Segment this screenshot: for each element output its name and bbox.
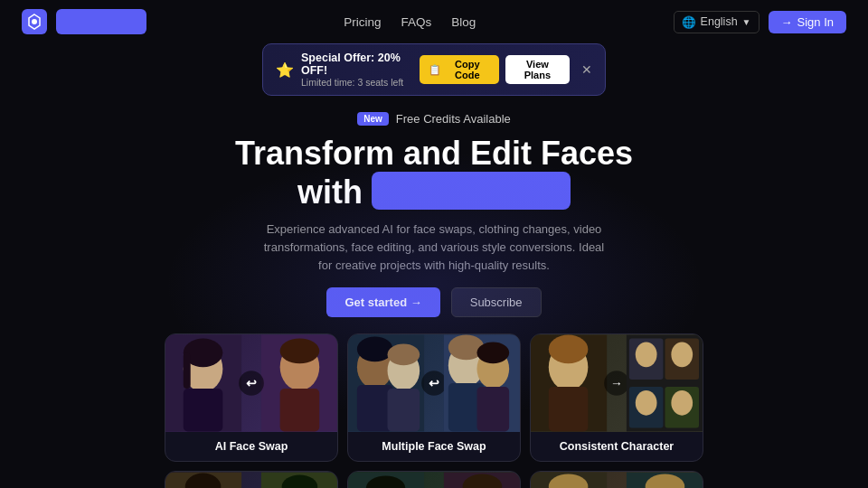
card-bottom-1[interactable]: ↩ <box>165 471 338 488</box>
logo-text <box>56 9 146 34</box>
svg-point-2 <box>32 19 37 24</box>
svg-rect-7 <box>184 353 191 389</box>
get-started-button[interactable]: Get started → <box>326 287 439 317</box>
hero-description: Experience advanced AI for face swaps, c… <box>262 221 606 275</box>
hero-title-highlight <box>372 172 571 210</box>
svg-rect-5 <box>184 389 223 432</box>
promo-left: ⭐ Special Offer: 20% OFF! Limited time: … <box>276 52 420 88</box>
card-b2-image: ↩ <box>348 472 520 488</box>
card-b3-image: → <box>531 472 703 488</box>
free-credits-text: Free Credits Available <box>396 112 511 126</box>
chevron-down-icon: ▼ <box>742 17 751 27</box>
svg-point-11 <box>280 339 320 364</box>
svg-point-42 <box>636 390 657 416</box>
sign-in-button[interactable]: → Sign In <box>769 11 846 33</box>
card-consistent-image: → <box>531 334 703 432</box>
nav-right: 🌐 English ▼ → Sign In <box>674 11 846 33</box>
navbar: Pricing FAQs Blog 🌐 English ▼ → Sign In <box>0 0 868 43</box>
svg-point-17 <box>357 337 393 362</box>
sign-in-icon: → <box>781 15 793 29</box>
svg-point-44 <box>671 390 693 416</box>
card-bottom-3[interactable]: → <box>530 471 703 488</box>
language-selector[interactable]: 🌐 English ▼ <box>674 11 760 33</box>
card-bottom-2[interactable]: ↩ <box>347 471 521 488</box>
nav-left <box>22 9 146 34</box>
svg-rect-28 <box>477 387 510 431</box>
promo-subtitle: Limited time: 3 seats left <box>301 77 420 88</box>
feature-cards-row: ↩ AI Face Swap ↩ <box>0 333 868 462</box>
svg-point-40 <box>671 343 693 368</box>
nav-pricing[interactable]: Pricing <box>344 15 381 29</box>
view-plans-button[interactable]: View Plans <box>505 55 570 84</box>
svg-point-29 <box>477 343 510 364</box>
svg-point-33 <box>549 335 589 364</box>
badge-row: New Free Credits Available <box>18 112 850 126</box>
globe-icon: 🌐 <box>682 15 696 29</box>
copy-icon: 📋 <box>429 64 441 76</box>
subscribe-label: Subscribe <box>470 296 523 309</box>
svg-rect-19 <box>388 389 420 432</box>
get-started-label: Get started → <box>344 296 421 309</box>
promo-star-icon: ⭐ <box>276 61 294 79</box>
hero-title-line2: with <box>297 174 363 211</box>
hero-title: Transform and Edit Faces with <box>18 135 850 211</box>
copy-code-button[interactable]: 📋 Copy Code <box>420 55 499 84</box>
logo-icon <box>22 9 47 34</box>
card-ai-image: ↩ <box>165 334 337 432</box>
svg-rect-32 <box>549 387 589 431</box>
nav-blog[interactable]: Blog <box>451 15 476 29</box>
promo-title: Special Offer: 20% OFF! <box>301 52 420 77</box>
hero-section: New Free Credits Available Transform and… <box>0 105 868 317</box>
svg-text:↩: ↩ <box>429 376 439 390</box>
nav-links: Pricing FAQs Blog <box>344 15 476 29</box>
copy-code-label: Copy Code <box>445 59 490 80</box>
card-ai-label: AI Face Swap <box>165 432 337 461</box>
lang-label: English <box>701 15 738 28</box>
card-multi-label: Multiple Face Swap <box>348 432 520 461</box>
sign-in-label: Sign In <box>797 15 834 29</box>
promo-actions: 📋 Copy Code View Plans ✕ <box>420 55 592 84</box>
subscribe-button[interactable]: Subscribe <box>451 287 542 317</box>
bottom-cards-row: ↩ ↩ <box>0 462 868 488</box>
card-b1-image: ↩ <box>165 472 337 488</box>
promo-text: Special Offer: 20% OFF! Limited time: 3 … <box>301 52 420 88</box>
svg-rect-16 <box>357 385 393 431</box>
hero-actions: Get started → Subscribe <box>18 287 850 317</box>
new-badge: New <box>357 112 389 126</box>
card-consistent-label: Consistent Character <box>531 432 703 461</box>
svg-text:→: → <box>610 376 623 390</box>
nav-faqs[interactable]: FAQs <box>401 15 432 29</box>
promo-banner: ⭐ Special Offer: 20% OFF! Limited time: … <box>262 43 606 96</box>
promo-close-button[interactable]: ✕ <box>581 62 592 77</box>
svg-text:↩: ↩ <box>246 376 257 390</box>
svg-point-20 <box>388 344 420 366</box>
hero-title-line1: Transform and Edit Faces <box>235 135 633 172</box>
card-multiple-face-swap[interactable]: ↩ Multiple Face Swap <box>347 333 521 462</box>
card-ai-face-swap[interactable]: ↩ AI Face Swap <box>165 333 338 462</box>
card-consistent-character[interactable]: → Consistent Character <box>530 333 703 462</box>
svg-rect-10 <box>280 389 320 432</box>
card-multi-image: ↩ <box>348 334 520 432</box>
view-plans-label: View Plans <box>524 59 551 80</box>
svg-point-38 <box>636 343 657 368</box>
